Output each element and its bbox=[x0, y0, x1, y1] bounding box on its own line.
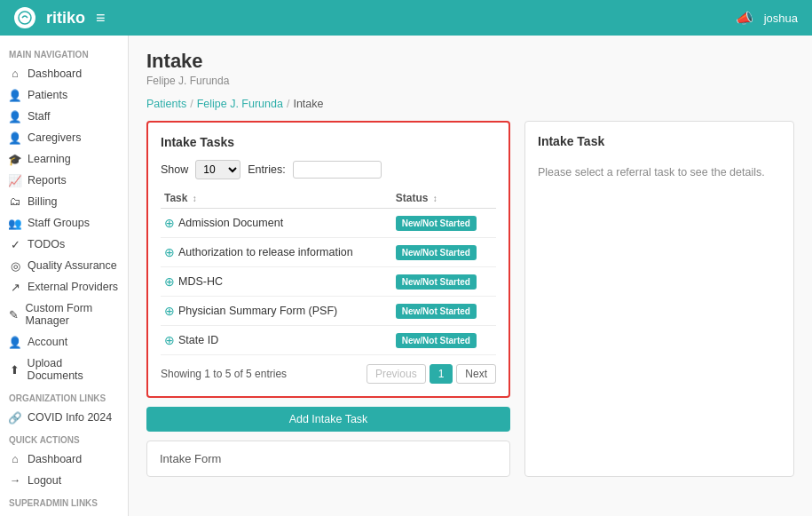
sidebar-label-dashboard: Dashboard bbox=[28, 67, 82, 80]
sidebar-item-quality-assurance[interactable]: ◎ Quality Assurance bbox=[0, 255, 128, 276]
intake-form-label: Intake Form bbox=[160, 452, 221, 465]
sidebar-item-account[interactable]: 👤 Account bbox=[0, 331, 128, 353]
task-col-header[interactable]: Task ↕ bbox=[161, 188, 392, 209]
status-badge: New/Not Started bbox=[396, 304, 477, 319]
table-controls: Show 10 25 50 100 Entries: bbox=[161, 160, 496, 179]
sidebar-item-dashboard[interactable]: ⌂ Dashboard bbox=[0, 63, 128, 84]
show-select[interactable]: 10 25 50 100 bbox=[195, 160, 240, 179]
table-row[interactable]: ⊕ Physician Summary Form (PSF) New/Not S… bbox=[161, 297, 496, 326]
sidebar-label-billing: Billing bbox=[28, 195, 57, 208]
sidebar-item-qa-dashboard[interactable]: ⌂ Dashboard bbox=[0, 449, 128, 470]
task-sort-icon: ↕ bbox=[193, 194, 197, 203]
sidebar-item-custom-form[interactable]: ✎ Custom Form Manager bbox=[0, 298, 128, 331]
sidebar-label-caregivers: Caregivers bbox=[28, 131, 81, 144]
home-icon: ⌂ bbox=[9, 67, 21, 80]
task-name-cell: ⊕ Authorization to release information bbox=[161, 238, 392, 267]
content-grid: Intake Tasks Show 10 25 50 100 Entries: bbox=[146, 121, 794, 477]
prev-button[interactable]: Previous bbox=[367, 364, 426, 384]
table-row[interactable]: ⊕ Authorization to release information N… bbox=[161, 238, 496, 267]
task-name-cell: ⊕ Admission Document bbox=[161, 209, 392, 238]
table-row[interactable]: ⊕ MDS-HC New/Not Started bbox=[161, 267, 496, 297]
sidebar-item-staff-groups[interactable]: 👥 Staff Groups bbox=[0, 212, 128, 234]
reports-icon: 📈 bbox=[9, 174, 21, 187]
table-row[interactable]: ⊕ Admission Document New/Not Started bbox=[161, 209, 496, 238]
pagination-area: Showing 1 to 5 of 5 entries Previous 1 N… bbox=[161, 364, 496, 384]
task-add-icon: ⊕ bbox=[164, 304, 175, 318]
task-table: Task ↕ Status ↕ bbox=[161, 188, 496, 355]
bell-icon[interactable]: 📣 bbox=[736, 10, 753, 27]
intake-form-row: Intake Form bbox=[146, 441, 510, 477]
main-content: Intake Felipe J. Furunda Patients / Feli… bbox=[129, 36, 812, 516]
account-icon: 👤 bbox=[9, 336, 21, 348]
external-icon: ↗ bbox=[9, 281, 21, 293]
staff-icon: 👤 bbox=[9, 110, 21, 123]
sidebar-item-staff[interactable]: 👤 Staff bbox=[0, 106, 128, 127]
task-status-cell: New/Not Started bbox=[392, 326, 496, 355]
status-badge: New/Not Started bbox=[396, 216, 477, 231]
sidebar-label-reports: Reports bbox=[28, 174, 67, 187]
link-icon: 🔗 bbox=[9, 411, 21, 424]
page-subtitle: Felipe J. Furunda bbox=[146, 75, 794, 87]
page-1-button[interactable]: 1 bbox=[430, 364, 453, 384]
breadcrumb-intake: Intake bbox=[293, 98, 323, 110]
sidebar-label-covid: COVID Info 2024 bbox=[28, 411, 112, 424]
todos-icon: ✓ bbox=[9, 238, 21, 250]
task-status-cell: New/Not Started bbox=[392, 297, 496, 326]
breadcrumb-sep-2: / bbox=[287, 98, 289, 110]
logout-icon: → bbox=[9, 474, 21, 487]
task-add-icon: ⊕ bbox=[164, 216, 175, 230]
quick-actions-label: Quick Actions bbox=[0, 428, 128, 449]
task-status-cell: New/Not Started bbox=[392, 209, 496, 238]
sidebar-label-todos: TODOs bbox=[28, 238, 65, 250]
staff-groups-icon: 👥 bbox=[9, 217, 21, 229]
task-add-icon: ⊕ bbox=[164, 245, 175, 259]
right-panel: Intake Task Please select a referral tas… bbox=[524, 121, 794, 477]
sidebar-label-learning: Learning bbox=[28, 153, 71, 165]
sidebar-label-logout: Logout bbox=[28, 474, 61, 487]
sidebar-item-reports[interactable]: 📈 Reports bbox=[0, 170, 128, 191]
custom-form-icon: ✎ bbox=[9, 308, 20, 321]
breadcrumb-patients[interactable]: Patients bbox=[146, 98, 186, 110]
task-name: MDS-HC bbox=[178, 275, 223, 288]
task-add-icon: ⊕ bbox=[164, 274, 175, 289]
top-nav: ritiko ≡ 📣 joshua bbox=[0, 0, 812, 36]
sidebar-item-learning[interactable]: 🎓 Learning bbox=[0, 148, 128, 170]
search-input[interactable] bbox=[293, 161, 382, 179]
sidebar-label-qa: Quality Assurance bbox=[28, 259, 117, 272]
sidebar: Main Navigation ⌂ Dashboard 👤 Patients 👤… bbox=[0, 36, 129, 516]
task-add-icon: ⊕ bbox=[164, 333, 175, 347]
table-row[interactable]: ⊕ State ID New/Not Started bbox=[161, 326, 496, 355]
learning-icon: 🎓 bbox=[9, 153, 21, 165]
intake-tasks-box: Intake Tasks Show 10 25 50 100 Entries: bbox=[146, 121, 510, 398]
sidebar-item-logout[interactable]: → Logout bbox=[0, 470, 128, 491]
right-panel-hint: Please select a referral task to see the… bbox=[538, 166, 781, 179]
breadcrumb: Patients / Felipe J. Furunda / Intake bbox=[146, 98, 794, 110]
billing-icon: 🗂 bbox=[9, 195, 21, 208]
top-nav-left: ritiko ≡ bbox=[14, 7, 106, 28]
qa-icon: ◎ bbox=[9, 259, 21, 272]
app-body: Main Navigation ⌂ Dashboard 👤 Patients 👤… bbox=[0, 36, 812, 516]
pagination-buttons: Previous 1 Next bbox=[367, 364, 496, 384]
add-intake-task-button[interactable]: Add Intake Task bbox=[146, 407, 510, 432]
sidebar-item-billing[interactable]: 🗂 Billing bbox=[0, 191, 128, 212]
status-badge: New/Not Started bbox=[396, 245, 477, 260]
hamburger-icon[interactable]: ≡ bbox=[96, 9, 106, 28]
sidebar-item-org-settings[interactable]: ⚙ Organization Settings bbox=[0, 512, 128, 516]
task-name-cell: ⊕ MDS-HC bbox=[161, 267, 392, 297]
right-panel-title: Intake Task bbox=[538, 134, 781, 148]
breadcrumb-furunda[interactable]: Felipe J. Furunda bbox=[197, 98, 283, 110]
task-status-cell: New/Not Started bbox=[392, 267, 496, 297]
sidebar-item-patients[interactable]: 👤 Patients bbox=[0, 84, 128, 106]
next-button[interactable]: Next bbox=[456, 364, 496, 384]
status-badge: New/Not Started bbox=[396, 274, 477, 290]
sidebar-item-caregivers[interactable]: 👤 Caregivers bbox=[0, 127, 128, 148]
org-links-label: Organization Links bbox=[0, 386, 128, 407]
status-col-header[interactable]: Status ↕ bbox=[392, 188, 496, 209]
task-status-cell: New/Not Started bbox=[392, 238, 496, 267]
sidebar-item-todos[interactable]: ✓ TODOs bbox=[0, 234, 128, 255]
sidebar-item-external-providers[interactable]: ↗ External Providers bbox=[0, 276, 128, 298]
sidebar-item-upload-documents[interactable]: ⬆ Upload Documents bbox=[0, 353, 128, 386]
sidebar-label-staff-groups: Staff Groups bbox=[28, 217, 90, 229]
page-title: Intake bbox=[146, 50, 794, 73]
sidebar-item-covid[interactable]: 🔗 COVID Info 2024 bbox=[0, 407, 128, 428]
